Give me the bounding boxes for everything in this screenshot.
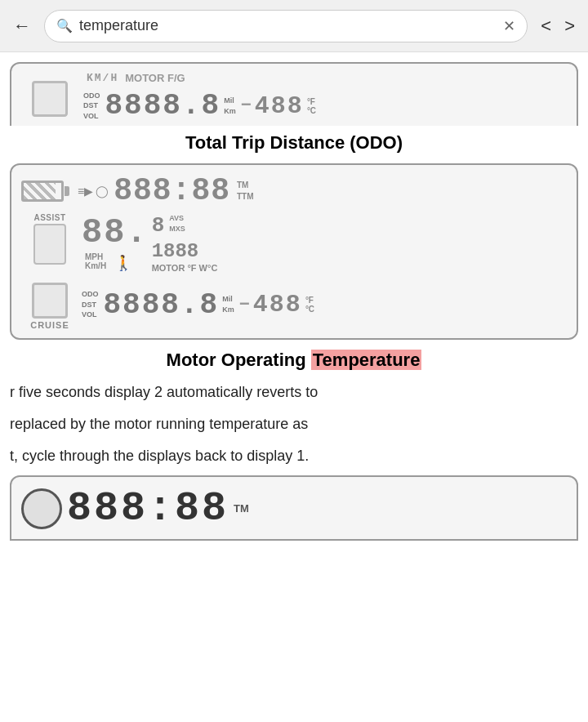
page-content: KM/H MOTOR F/G ODODSTVOL 8888.8 MilKm − …	[0, 52, 588, 541]
cruise-section-2: CRUISE	[21, 279, 78, 330]
panel3-digits: 888:88	[67, 485, 229, 532]
browser-back-button[interactable]: ←	[13, 16, 31, 37]
para-line-3: t, cycle through the displays back to di…	[10, 444, 578, 468]
main-digits-2: 8888.8	[104, 288, 220, 322]
mil-km-1: MilKm	[224, 96, 236, 116]
title2-part1: Motor Operating	[167, 350, 311, 370]
display-panel-3: 888:88 TM	[10, 475, 578, 541]
paragraph-text: r five seconds display 2 automatically r…	[10, 381, 578, 467]
walker-icon: 🚶	[114, 254, 132, 272]
avs-digits: 1888	[152, 240, 199, 262]
temp-sign-1: −	[241, 96, 252, 116]
para-line-2: replaced by the motor running temperatur…	[10, 412, 578, 436]
avs-labels: AVSMXS	[169, 213, 185, 234]
title-1: Total Trip Distance (ODO)	[10, 132, 578, 154]
display-panel-1: KM/H MOTOR F/G ODODSTVOL 8888.8 MilKm − …	[10, 62, 578, 126]
panel2-bottom-row: CRUISE ODODSTVOL 8888.8 MilKm − 488 °F °…	[21, 279, 567, 330]
cruise-digit-icon-2	[32, 283, 68, 319]
search-close-icon[interactable]: ✕	[503, 17, 515, 35]
panel3-tm-label: TM	[234, 502, 249, 515]
time-labels: TM TTM	[237, 180, 254, 203]
temp-sign-2: −	[239, 295, 250, 315]
search-icon: 🔍	[56, 18, 73, 33]
cruise-digit-icon	[32, 81, 68, 117]
title-2: Motor Operating Temperature	[10, 350, 578, 371]
panel2-mid-row: ASSIST 88. MPHKm/H 🚶 8 AVSMXS 1888	[21, 213, 567, 273]
browser-toolbar: ← 🔍 temperature ✕ < >	[0, 0, 588, 52]
battery-tip	[65, 186, 69, 196]
avs-section: 8 AVSMXS 1888 MOTOR °F W°C	[152, 213, 218, 273]
display-panel-1-clip: KM/H MOTOR F/G ODODSTVOL 8888.8 MilKm − …	[10, 52, 578, 126]
panel1-top-row: KM/H MOTOR F/G ODODSTVOL 8888.8 MilKm − …	[21, 72, 567, 123]
speed-labels: MPHKm/H	[85, 252, 106, 270]
para-line-1: r five seconds display 2 automatically r…	[10, 381, 578, 404]
arrow-icon: ≡▶	[78, 185, 93, 198]
title2-highlighted: Temperature	[311, 350, 422, 370]
speed-digits: 88.	[82, 213, 149, 252]
time-digits: 888:88	[114, 173, 230, 208]
panel2-top-row: ≡▶ ◯ 888:88 TM TTM	[21, 173, 567, 208]
browser-nav: < >	[541, 16, 575, 37]
speed-section: 88. MPHKm/H 🚶	[82, 213, 149, 273]
search-query: temperature	[79, 17, 497, 34]
odo-labels-1: ODODSTVOL	[83, 91, 100, 122]
main-digits-1: 8888.8	[105, 89, 221, 123]
panel3-circle-icon	[21, 488, 62, 529]
temp-digits-2: 488	[253, 291, 302, 319]
assist-digit-box	[33, 224, 66, 265]
display-panel-2: ≡▶ ◯ 888:88 TM TTM ASSIST 88. MPHKm/H 🚶	[10, 163, 578, 340]
temp-units-2: °F °C	[305, 296, 314, 314]
panel-icons: ≡▶ ◯	[78, 185, 109, 198]
odo-labels-2: ODODSTVOL	[82, 289, 99, 320]
kmh-label: KM/H	[87, 72, 118, 84]
nav-forward-icon[interactable]: >	[564, 16, 575, 37]
battery-fill	[24, 183, 56, 199]
assist-label: ASSIST	[33, 213, 65, 222]
battery-body	[21, 180, 64, 202]
avs-single-digit: 8	[152, 213, 167, 238]
mil-km-2: MilKm	[222, 294, 234, 314]
cruise-section-1	[21, 78, 78, 117]
panel3-time-row: 888:88 TM	[21, 485, 567, 532]
search-box[interactable]: 🔍 temperature ✕	[44, 10, 528, 42]
cruise-label-2: CRUISE	[30, 320, 69, 330]
motor-label-2: MOTOR °F W°C	[152, 263, 218, 273]
assist-column: ASSIST	[21, 213, 78, 273]
nav-back-icon[interactable]: <	[541, 16, 551, 37]
circle-icon: ◯	[96, 185, 109, 198]
temp-units-1: °F °C	[307, 97, 316, 115]
motor-top-label: MOTOR F/G	[125, 72, 185, 84]
temp-digits-1: 488	[255, 92, 304, 120]
battery-icon	[21, 180, 69, 202]
